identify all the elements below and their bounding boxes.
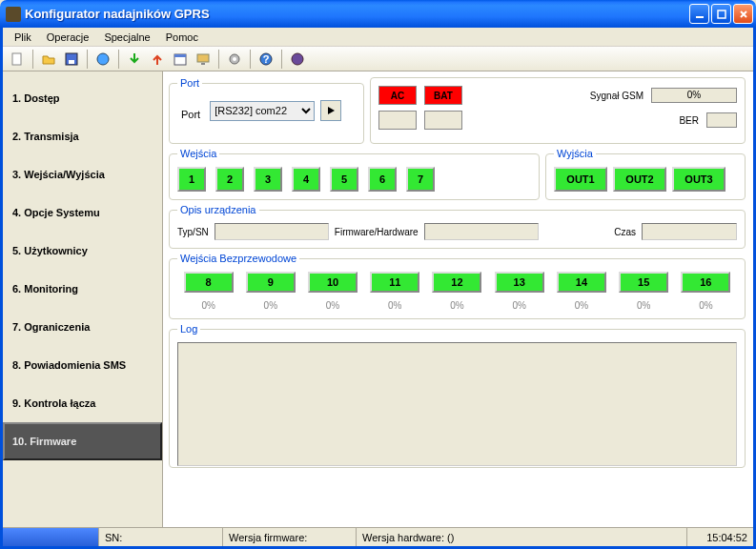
open-folder-icon[interactable] (38, 49, 59, 70)
new-file-icon[interactable] (7, 49, 28, 70)
svg-point-5 (97, 53, 109, 65)
wireless-pct-12: 0% (450, 300, 463, 311)
output-button-OUT2[interactable]: OUT2 (613, 167, 666, 192)
typsn-value (215, 223, 329, 240)
app-icon (6, 7, 21, 22)
status-sn: SN: (98, 528, 222, 546)
wireless-pct-11: 0% (388, 300, 401, 311)
globe-refresh-icon[interactable] (92, 49, 113, 70)
log-group: Log (169, 323, 746, 468)
czas-value (642, 223, 737, 240)
port-select[interactable]: [RS232] com22 (210, 101, 315, 121)
sidebar-item-1[interactable]: 2. Transmisja (3, 117, 162, 155)
menu-plik[interactable]: Plik (7, 30, 39, 45)
svg-rect-9 (201, 63, 205, 65)
ber-label: BER (679, 115, 699, 126)
fwhw-value (424, 223, 539, 240)
wireless-pct-15: 0% (637, 300, 650, 311)
svg-rect-4 (69, 60, 74, 64)
svg-point-11 (233, 57, 236, 61)
svg-rect-0 (696, 16, 704, 18)
monitor-icon[interactable] (193, 49, 214, 70)
download-icon[interactable] (124, 49, 145, 70)
svg-point-14 (292, 53, 303, 65)
status-fw: Wersja firmware: (222, 528, 356, 546)
indicator-4 (424, 111, 462, 130)
sidebar-item-4[interactable]: 5. Użytkownicy (3, 232, 162, 270)
gsm-signal-value: 0% (651, 88, 737, 103)
wireless-pct-8: 0% (201, 300, 215, 311)
outputs-group: Wyjścia OUT1OUT2OUT3 (545, 148, 746, 200)
globe-icon[interactable] (287, 49, 308, 70)
content-area: Port Port [RS232] com22 AC BAT Sygnał GS… (163, 71, 753, 527)
output-button-OUT1[interactable]: OUT1 (554, 167, 607, 192)
wireless-button-13[interactable]: 13 (495, 272, 544, 293)
port-legend: Port (177, 77, 202, 89)
wireless-button-12[interactable]: 12 (432, 272, 481, 293)
toolbar: ? (3, 47, 753, 71)
input-button-7[interactable]: 7 (406, 167, 435, 192)
gsm-signal-label: Sygnał GSM (590, 91, 644, 101)
sidebar-item-7[interactable]: 8. Powiadomienia SMS (3, 346, 162, 384)
wireless-pct-14: 0% (575, 300, 588, 311)
svg-rect-7 (174, 54, 186, 57)
port-label: Port (181, 109, 200, 120)
sidebar-item-8[interactable]: 9. Kontrola łącza (3, 384, 162, 422)
input-button-2[interactable]: 2 (215, 167, 244, 192)
menubar: Plik Operacje Specjalne Pomoc (3, 28, 753, 47)
wireless-button-11[interactable]: 11 (370, 272, 419, 293)
device-info-legend: Opis urządzenia (177, 204, 259, 215)
calendar-icon[interactable] (170, 49, 191, 70)
status-time: 15:04:52 (686, 528, 753, 546)
wireless-pct-16: 0% (699, 300, 712, 311)
maximize-button[interactable] (711, 4, 731, 24)
wireless-button-8[interactable]: 8 (184, 272, 234, 293)
menu-specjalne[interactable]: Specjalne (96, 30, 157, 45)
upload-icon[interactable] (147, 49, 168, 70)
status-cell-1 (3, 528, 98, 546)
sidebar-item-5[interactable]: 6. Monitoring (3, 270, 162, 308)
connect-button[interactable] (320, 100, 341, 121)
sidebar-item-2[interactable]: 3. Wejścia/Wyjścia (3, 155, 162, 193)
indicator-3 (378, 111, 417, 130)
svg-rect-1 (718, 10, 725, 18)
titlebar: Konfigurator nadajników GPRS (0, 0, 756, 28)
input-button-6[interactable]: 6 (368, 167, 397, 192)
svg-rect-2 (12, 53, 21, 65)
wireless-button-15[interactable]: 15 (619, 272, 668, 293)
menu-operacje[interactable]: Operacje (39, 30, 97, 45)
czas-label: Czas (614, 227, 636, 237)
inputs-legend: Wejścia (177, 148, 219, 159)
status-group: AC BAT Sygnał GSM 0% BER (370, 77, 746, 144)
typsn-label: Typ/SN (177, 227, 209, 237)
sidebar-item-9[interactable]: 10. Firmware (3, 422, 162, 460)
ac-indicator: AC (378, 86, 417, 105)
output-button-OUT3[interactable]: OUT3 (672, 167, 725, 192)
bat-indicator: BAT (424, 86, 462, 105)
status-hw: Wersja hardware: () (356, 528, 686, 546)
save-icon[interactable] (61, 49, 82, 70)
wireless-legend: Wejścia Bezprzewodowe (177, 253, 299, 264)
wireless-button-16[interactable]: 16 (681, 272, 730, 293)
window-title: Konfigurator nadajników GPRS (25, 7, 687, 21)
input-button-5[interactable]: 5 (330, 167, 358, 192)
wireless-button-9[interactable]: 9 (246, 272, 296, 293)
minimize-button[interactable] (689, 4, 709, 24)
gear-icon[interactable] (224, 49, 245, 70)
sidebar-item-6[interactable]: 7. Ograniczenia (3, 308, 162, 346)
menu-pomoc[interactable]: Pomoc (158, 30, 206, 45)
svg-text:?: ? (263, 53, 270, 65)
input-button-3[interactable]: 3 (254, 167, 282, 192)
input-button-4[interactable]: 4 (292, 167, 320, 192)
log-area[interactable] (177, 342, 737, 466)
close-button[interactable] (733, 4, 753, 24)
input-button-1[interactable]: 1 (177, 167, 206, 192)
wireless-button-10[interactable]: 10 (308, 272, 358, 293)
log-legend: Log (177, 323, 200, 335)
wireless-pct-10: 0% (326, 300, 339, 311)
sidebar-item-3[interactable]: 4. Opcje Systemu (3, 193, 162, 232)
sidebar-item-0[interactable]: 1. Dostęp (3, 79, 162, 117)
wireless-button-14[interactable]: 14 (557, 272, 606, 293)
help-icon[interactable]: ? (255, 49, 276, 70)
wireless-inputs-group: Wejścia Bezprzewodowe 80%90%100%110%120%… (169, 253, 746, 319)
